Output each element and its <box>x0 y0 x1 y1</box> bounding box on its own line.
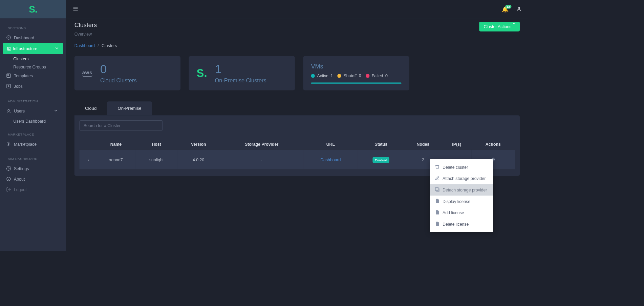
chevron-down-icon <box>53 108 58 114</box>
breadcrumb-sep: / <box>98 43 99 48</box>
tab-on-premise[interactable]: On-Premise <box>107 101 152 115</box>
section-administration: ADMINISTRATION <box>0 91 66 105</box>
nav-marketplace[interactable]: Marketplace <box>0 139 66 149</box>
logout-icon <box>6 187 11 192</box>
gear-icon <box>6 166 11 171</box>
aws-icon: aws <box>82 70 92 77</box>
file-icon <box>435 198 439 204</box>
subnav-resource-groups[interactable]: Resource Groups <box>0 62 66 70</box>
dropdown-add-license[interactable]: Add license <box>430 207 493 219</box>
th-host: Host <box>136 138 177 150</box>
user-menu-icon[interactable] <box>516 5 521 13</box>
nav-logout[interactable]: Logout <box>0 184 66 195</box>
section-marketplace: MARKETPLACE <box>0 125 66 139</box>
topbar: ☰ 🔔 12 <box>66 0 528 18</box>
nav-dashboard[interactable]: Dashboard <box>0 32 66 43</box>
logo-box: S. <box>0 0 66 18</box>
section-sim-dashboard: SIM DASHBOARD <box>0 149 66 163</box>
section-sections: SECTIONS <box>0 18 66 32</box>
card-vms: VMs Active 1 Shutoff 0 Failed 0 <box>303 56 409 90</box>
svg-point-7 <box>8 143 9 145</box>
vms-progress-bar <box>311 83 401 84</box>
cell-url-link[interactable]: Dashboard <box>320 157 341 162</box>
vms-title: VMs <box>311 63 401 70</box>
clusters-panel: Name Host Version Storage Provider URL S… <box>74 115 520 176</box>
dot-failed-icon <box>366 74 369 78</box>
svg-point-6 <box>8 109 9 111</box>
svg-point-8 <box>8 168 9 169</box>
cell-host: sunlight <box>136 150 177 169</box>
gauge-icon <box>6 35 11 40</box>
dropdown-delete-cluster-label: Delete cluster <box>443 165 468 169</box>
svg-rect-11 <box>435 188 438 191</box>
onprem-label: On-Premise Clusters <box>215 77 266 84</box>
subnav-clusters[interactable]: Clusters <box>0 54 66 62</box>
nav-jobs[interactable]: Jobs <box>0 81 66 91</box>
th-ips: IP(s) <box>442 138 471 150</box>
search-input[interactable] <box>80 120 163 130</box>
cloud-label: Cloud Clusters <box>100 77 137 84</box>
detach-icon <box>435 187 439 193</box>
vms-shutoff-value: 0 <box>359 73 361 78</box>
dropdown-display-license[interactable]: Display license <box>430 196 493 207</box>
nav-templates-label: Templates <box>14 73 33 78</box>
tab-cloud[interactable]: Cloud <box>74 101 107 115</box>
vms-active-label: Active <box>317 73 328 78</box>
status-badge: Enabled <box>373 157 389 163</box>
jobs-icon <box>6 84 11 89</box>
notification-badge: 12 <box>505 5 511 8</box>
th-status: Status <box>358 138 404 150</box>
vms-shutoff-label: Shutoff <box>344 73 357 78</box>
breadcrumb-current: Clusters <box>102 43 117 48</box>
logo: S. <box>29 4 37 15</box>
cluster-actions-label: Cluster Actions <box>484 24 511 29</box>
th-url: URL <box>303 138 358 150</box>
row-actions-dropdown: Delete cluster Attach storage provider D… <box>430 159 493 232</box>
notifications-button[interactable]: 🔔 12 <box>502 6 509 13</box>
dropdown-detach-storage[interactable]: Detach storage provider <box>430 184 493 196</box>
cluster-actions-button[interactable]: Cluster Actions <box>479 22 520 32</box>
nav-settings[interactable]: Settings <box>0 163 66 174</box>
dropdown-attach-storage[interactable]: Attach storage provider <box>430 173 493 184</box>
subnav-users-dashboard[interactable]: Users Dashboard <box>0 117 66 125</box>
dropdown-attach-storage-label: Attach storage provider <box>443 176 486 181</box>
expand-row-icon[interactable]: → <box>86 157 90 162</box>
cell-version: 4.0.20 <box>177 150 220 169</box>
nav-templates[interactable]: Templates <box>0 70 66 81</box>
dropdown-delete-license[interactable]: Delete license <box>430 219 493 230</box>
nav-infrastructure[interactable]: Infrastructure <box>3 43 63 54</box>
trash-icon <box>435 164 439 170</box>
nav-marketplace-label: Marketplace <box>14 142 37 146</box>
sidebar: S. SECTIONS Dashboard Infrastructure Clu… <box>0 0 66 251</box>
vms-failed-label: Failed <box>372 73 383 78</box>
breadcrumb-dashboard[interactable]: Dashboard <box>74 43 95 48</box>
svg-rect-3 <box>7 74 10 78</box>
dropdown-delete-cluster[interactable]: Delete cluster <box>430 161 493 173</box>
cell-storage: - <box>220 150 303 169</box>
page-subtitle: Overview <box>74 32 97 36</box>
th-storage: Storage Provider <box>220 138 303 150</box>
menu-toggle-icon[interactable]: ☰ <box>73 5 78 13</box>
vms-active-value: 1 <box>331 73 333 78</box>
nav-jobs-label: Jobs <box>14 84 23 88</box>
card-onprem-clusters: S. 1 On-Premise Clusters <box>189 56 295 90</box>
svg-rect-5 <box>7 84 10 88</box>
info-icon <box>6 177 11 182</box>
nav-logout-label: Logout <box>14 187 27 192</box>
nav-users-label: Users <box>14 109 25 114</box>
nav-users[interactable]: Users <box>0 105 66 117</box>
th-name: Name <box>96 138 136 150</box>
file-add-icon <box>435 210 439 216</box>
breadcrumb: Dashboard / Clusters <box>74 43 520 48</box>
users-icon <box>6 108 11 114</box>
dropdown-add-license-label: Add license <box>443 210 464 215</box>
dropdown-delete-license-label: Delete license <box>443 222 469 226</box>
th-actions: Actions <box>471 138 515 150</box>
file-delete-icon <box>435 221 439 227</box>
sunlight-icon: S. <box>197 67 207 80</box>
main: ☰ 🔔 12 Clusters Overview Cluster Actions <box>66 0 528 251</box>
infrastructure-icon <box>7 46 12 51</box>
dropdown-detach-storage-label: Detach storage provider <box>443 188 487 192</box>
nav-about[interactable]: About <box>0 174 66 184</box>
templates-icon <box>6 73 11 78</box>
